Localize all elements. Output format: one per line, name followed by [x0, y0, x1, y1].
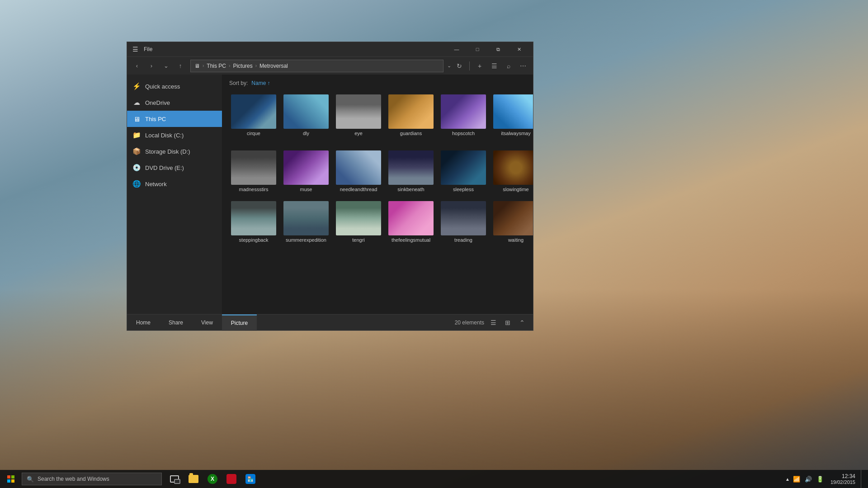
- new-folder-button[interactable]: +: [473, 60, 486, 72]
- file-thumb-summerexpedition: [283, 201, 329, 235]
- sort-bar: Sort by: Name ↑: [229, 80, 526, 86]
- show-desktop-button[interactable]: [861, 470, 864, 488]
- file-item-dly[interactable]: dly: [282, 92, 330, 144]
- file-item-summerexpedition[interactable]: summerexpedition: [282, 198, 330, 245]
- address-bar[interactable]: 🖥 › This PC › Pictures › Metroversal: [190, 60, 443, 72]
- file-thumb-madnessstirs: [231, 150, 276, 185]
- file-explorer-window: ☰ File — □ ⧉ ✕ ‹ › ⌄ ↑ 🖥 › This PC › Pic…: [127, 42, 533, 331]
- xbox-taskbar-button[interactable]: X: [203, 470, 222, 488]
- list-view-button[interactable]: ☰: [488, 317, 499, 328]
- file-name-hopscotch: hopscotch: [452, 131, 475, 136]
- svg-rect-2: [7, 479, 10, 483]
- volume-icon[interactable]: 🔊: [803, 476, 813, 483]
- file-thumb-treading: [441, 201, 486, 235]
- breadcrumb-pictures[interactable]: Pictures: [233, 63, 252, 69]
- grid-view-button[interactable]: ⊞: [502, 317, 513, 328]
- file-name-steppingback: steppingback: [239, 237, 269, 243]
- file-item-madnessstirs[interactable]: madnessstirs: [229, 148, 278, 195]
- file-item-hopscotch[interactable]: hopscotch: [439, 92, 488, 144]
- sidebar-label-network: Network: [145, 181, 167, 188]
- battery-icon[interactable]: 🔋: [815, 476, 825, 483]
- sidebar-label-dvd-drive-e: DVD Drive (E:): [145, 164, 184, 171]
- file-item-sleepless[interactable]: sleepless: [439, 148, 488, 195]
- chevron-up-icon[interactable]: ▲: [785, 477, 790, 482]
- file-name-guardians: guardians: [400, 131, 422, 136]
- search-bar[interactable]: 🔍 Search the web and Windows: [22, 473, 162, 485]
- hamburger-menu-icon[interactable]: ☰: [131, 45, 140, 54]
- file-item-itsalwaysmay[interactable]: itsalwaysmay: [491, 92, 533, 144]
- tab-view[interactable]: View: [192, 314, 222, 331]
- network-tray-icon[interactable]: 📶: [792, 476, 802, 483]
- red-app-taskbar-button[interactable]: [222, 470, 241, 488]
- sidebar-item-dvd-drive-e[interactable]: 💿 DVD Drive (E:): [127, 160, 222, 176]
- start-button[interactable]: [0, 470, 22, 488]
- file-item-steppingback[interactable]: steppingback: [229, 198, 278, 245]
- maximize-button[interactable]: □: [467, 42, 488, 56]
- folder-icon: [189, 475, 198, 483]
- sidebar-item-local-disk-c[interactable]: 📁 Local Disk (C:): [127, 127, 222, 143]
- sidebar-label-this-pc: This PC: [145, 116, 166, 122]
- sidebar-item-quick-access[interactable]: ⚡ Quick access: [127, 78, 222, 94]
- file-item-sinkbeneath[interactable]: sinkbeneath: [387, 148, 435, 195]
- onedrive-icon: ☁: [132, 99, 141, 107]
- title-bar: ☰ File — □ ⧉ ✕: [127, 42, 533, 56]
- file-item-slowingtime[interactable]: slowingtime: [491, 148, 533, 195]
- tab-home[interactable]: Home: [127, 314, 160, 331]
- file-item-treading[interactable]: treading: [439, 198, 488, 245]
- file-thumb-muse: [283, 150, 329, 185]
- file-thumb-sleepless: [441, 150, 486, 185]
- sidebar-item-network[interactable]: 🌐 Network: [127, 176, 222, 192]
- search-icon: 🔍: [27, 476, 34, 483]
- back-button[interactable]: ‹: [131, 60, 143, 72]
- breadcrumb-folder[interactable]: Metroversal: [259, 63, 288, 69]
- sidebar-item-onedrive[interactable]: ☁ OneDrive: [127, 94, 222, 111]
- refresh-button[interactable]: ↻: [453, 60, 466, 72]
- clock-time: 12:34: [830, 473, 855, 479]
- minimize-button[interactable]: —: [446, 42, 467, 56]
- sidebar-item-storage-disk-d[interactable]: 📦 Storage Disk (D:): [127, 143, 222, 160]
- breadcrumb-monitor-icon: 🖥: [194, 63, 200, 69]
- title-bar-controls: — □ ⧉ ✕: [446, 42, 529, 56]
- svg-rect-1: [11, 475, 14, 479]
- navigation-bar: ‹ › ⌄ ↑ 🖥 › This PC › Pictures › Metrove…: [127, 56, 533, 75]
- file-item-waiting[interactable]: waiting: [491, 198, 533, 245]
- file-thumb-needleandthread: [336, 150, 381, 185]
- file-item-muse[interactable]: muse: [282, 148, 330, 195]
- file-item-cirque[interactable]: cirque: [229, 92, 278, 144]
- svg-rect-3: [11, 479, 14, 483]
- file-item-tengri[interactable]: tengri: [334, 198, 383, 245]
- more-options-button[interactable]: ⋯: [517, 60, 529, 72]
- file-item-needleandthread[interactable]: needleandthread: [334, 148, 383, 195]
- file-item-eye[interactable]: eye: [334, 92, 383, 144]
- file-explorer-taskbar-button[interactable]: [184, 470, 203, 488]
- taskbar-clock[interactable]: 12:34 19/02/2015: [827, 473, 859, 485]
- restore-button[interactable]: ⧉: [488, 42, 509, 56]
- file-name-waiting: waiting: [508, 237, 524, 243]
- address-dropdown-icon[interactable]: ⌄: [447, 63, 451, 69]
- file-thumb-sinkbeneath: [388, 150, 434, 185]
- file-name-itsalwaysmay: itsalwaysmay: [501, 131, 530, 136]
- forward-button[interactable]: ›: [145, 60, 158, 72]
- store-taskbar-button[interactable]: 🏪: [241, 470, 259, 488]
- breadcrumb-this-pc[interactable]: This PC: [207, 63, 226, 69]
- sidebar-label-storage-disk-d: Storage Disk (D:): [145, 148, 190, 155]
- task-view-button[interactable]: [165, 470, 184, 488]
- system-tray-icons: 📶 🔊 🔋: [792, 476, 825, 483]
- file-item-thefeelingsmutual[interactable]: thefeelingsmutual: [387, 198, 435, 245]
- file-item-guardians[interactable]: guardians: [387, 92, 435, 144]
- sidebar-label-onedrive: OneDrive: [145, 99, 170, 106]
- view-options-button[interactable]: ☰: [488, 60, 500, 72]
- dropdown-history-button[interactable]: ⌄: [160, 60, 172, 72]
- file-name-needleandthread: needleandthread: [340, 187, 377, 192]
- tab-share[interactable]: Share: [160, 314, 192, 331]
- search-button[interactable]: ⌕: [502, 60, 515, 72]
- local-disk-c-icon: 📁: [132, 131, 141, 139]
- sidebar-label-local-disk-c: Local Disk (C:): [145, 132, 184, 139]
- up-button[interactable]: ↑: [174, 60, 187, 72]
- sidebar-item-this-pc[interactable]: 🖥 This PC: [127, 111, 222, 127]
- expand-button[interactable]: ⌃: [517, 317, 528, 328]
- close-button[interactable]: ✕: [509, 42, 529, 56]
- sort-field[interactable]: Name ↑: [251, 80, 270, 86]
- tab-picture[interactable]: Picture: [222, 314, 257, 331]
- clock-date: 19/02/2015: [830, 479, 855, 485]
